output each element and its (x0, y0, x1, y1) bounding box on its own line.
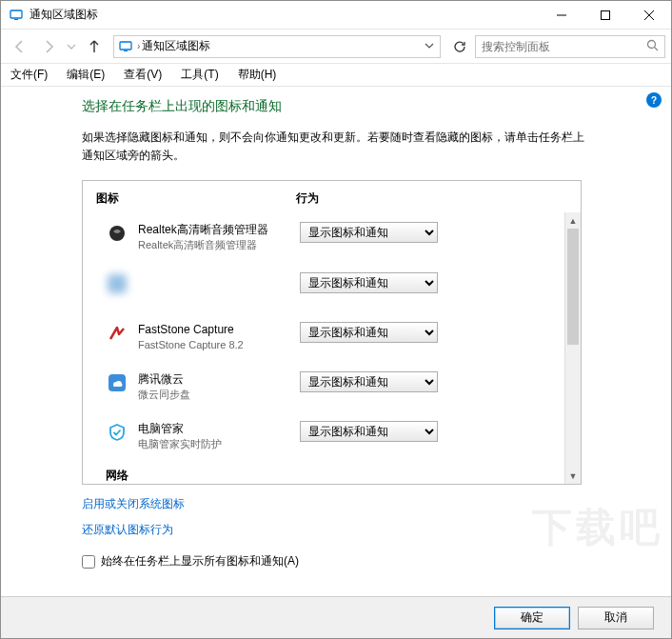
maximize-button[interactable] (583, 1, 627, 30)
address-dropdown[interactable] (425, 41, 436, 52)
footer: 确定 取消 (1, 596, 671, 638)
list-item: 显示图标和通知 (83, 263, 581, 312)
page-description: 如果选择隐藏图标和通知，则不会向你通知更改和更新。若要随时查看隐藏的图标，请单击… (82, 129, 586, 165)
cancel-button[interactable]: 取消 (578, 607, 654, 629)
weiyun-icon (106, 371, 128, 394)
scroll-down-arrow[interactable]: ▼ (565, 468, 581, 484)
help-icon[interactable]: ? (646, 92, 662, 108)
svg-rect-7 (124, 50, 128, 51)
link-restore-defaults[interactable]: 还原默认图标行为 (82, 522, 173, 538)
item-subtitle: FastStone Capture 8.2 (138, 338, 300, 352)
breadcrumb-separator: › (137, 41, 140, 51)
panel-body: Realtek高清晰音频管理器 Realtek高清晰音频管理器 显示图标和通知 … (83, 212, 581, 484)
item-title (138, 272, 300, 289)
svg-point-8 (648, 40, 656, 48)
svg-rect-0 (10, 10, 22, 18)
behavior-select[interactable]: 显示图标和通知 (300, 421, 438, 442)
recent-dropdown[interactable] (64, 33, 79, 60)
item-subtitle: Realtek高清晰音频管理器 (138, 238, 300, 252)
list-item: 腾讯微云 微云同步盘 显示图标和通知 (83, 362, 581, 411)
navbar: › 通知区域图标 (1, 30, 671, 64)
behavior-select[interactable]: 显示图标和通知 (300, 222, 438, 243)
column-icon-header: 图标 (96, 190, 296, 207)
breadcrumb-label[interactable]: 通知区域图标 (142, 38, 210, 54)
item-title: 电脑管家 (138, 421, 300, 437)
scroll-up-arrow[interactable]: ▲ (565, 212, 581, 229)
search-box[interactable] (475, 35, 665, 58)
ok-button[interactable]: 确定 (494, 607, 570, 629)
address-bar[interactable]: › 通知区域图标 (113, 35, 441, 58)
guanjia-icon (106, 421, 128, 444)
page-heading: 选择在任务栏上出现的图标和通知 (82, 98, 650, 115)
monitor-icon (9, 8, 24, 23)
svg-rect-6 (120, 42, 131, 50)
svg-rect-3 (602, 10, 610, 19)
svg-line-9 (655, 47, 659, 50)
link-system-icons[interactable]: 启用或关闭系统图标 (82, 496, 185, 512)
monitor-icon (118, 39, 133, 54)
menu-tools[interactable]: 工具(T) (171, 64, 227, 87)
titlebar: 通知区域图标 (1, 1, 671, 30)
back-button[interactable] (7, 33, 33, 60)
up-button[interactable] (81, 33, 108, 60)
menubar: 文件(F) 编辑(E) 查看(V) 工具(T) 帮助(H) (1, 64, 671, 87)
menu-edit[interactable]: 编辑(E) (57, 64, 114, 87)
realtek-icon (106, 222, 128, 245)
list-item: FastStone Capture FastStone Capture 8.2 … (83, 312, 581, 362)
menu-view[interactable]: 查看(V) (114, 64, 171, 87)
menu-file[interactable]: 文件(F) (1, 64, 57, 87)
always-show-checkbox[interactable] (82, 555, 95, 569)
scroll-thumb[interactable] (567, 229, 579, 345)
item-subtitle: 微云同步盘 (138, 388, 300, 402)
search-input[interactable] (482, 40, 646, 53)
item-title: 腾讯微云 (138, 371, 300, 388)
item-subtitle: 电脑管家实时防护 (138, 437, 300, 451)
search-icon (646, 39, 659, 54)
faststone-icon (106, 322, 128, 345)
item-title: Realtek高清晰音频管理器 (138, 222, 300, 238)
behavior-select[interactable]: 显示图标和通知 (300, 322, 438, 343)
column-action-header: 行为 (296, 190, 567, 207)
item-subtitle (138, 288, 300, 302)
svg-rect-1 (14, 19, 18, 20)
close-button[interactable] (627, 1, 671, 30)
list-item: Realtek高清晰音频管理器 Realtek高清晰音频管理器 显示图标和通知 (83, 212, 581, 262)
minimize-button[interactable] (540, 1, 583, 30)
blurred-icon (106, 272, 128, 295)
behavior-select[interactable]: 显示图标和通知 (300, 371, 438, 392)
behavior-select[interactable]: 显示图标和通知 (300, 272, 438, 293)
forward-button[interactable] (35, 33, 62, 60)
list-item: 电脑管家 电脑管家实时防护 显示图标和通知 (83, 411, 581, 461)
icon-list-panel: 图标 行为 Realtek高清晰音频管理器 Realtek高清晰音频管理器 显示… (82, 180, 582, 485)
menu-help[interactable]: 帮助(H) (228, 64, 287, 87)
item-title: FastStone Capture (138, 322, 300, 338)
scrollbar[interactable]: ▲ ▼ (564, 212, 581, 484)
checkbox-label: 始终在任务栏上显示所有图标和通知(A) (101, 553, 299, 569)
refresh-button[interactable] (446, 33, 473, 60)
window-title: 通知区域图标 (30, 7, 540, 23)
content-area: ? 选择在任务栏上出现的图标和通知 如果选择隐藏图标和通知，则不会向你通知更改和… (1, 87, 671, 596)
item-title-partial: 网络 (83, 461, 581, 484)
